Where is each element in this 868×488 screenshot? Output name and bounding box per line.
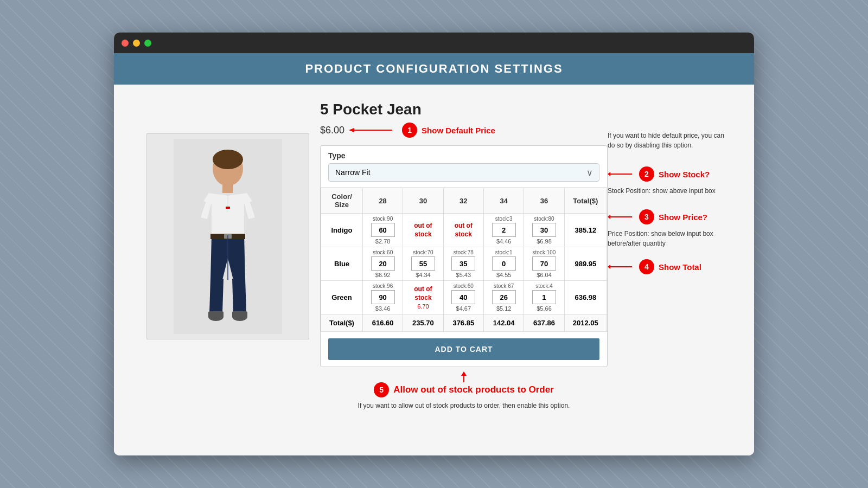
- qty-indigo-36[interactable]: [532, 223, 556, 237]
- cell-indigo-34: stock:3 $4.46: [483, 214, 524, 247]
- cell-indigo-36: stock:80 $6.98: [524, 214, 564, 247]
- stock-blue-36: stock:100: [533, 249, 556, 255]
- price-blue-34: $4.55: [496, 272, 512, 278]
- oos-green-30: out ofstock: [414, 285, 432, 302]
- add-to-cart-button[interactable]: ADD TO CART: [328, 338, 599, 360]
- ann-group-2: 2 Show Stock? Stock Position: show above…: [608, 166, 732, 196]
- cell-blue-34: stock:1 $4.55: [483, 247, 524, 281]
- stock-green-32: stock:60: [454, 283, 474, 289]
- annotation-5-header: 5 Allow out of stock products to Order: [374, 382, 554, 397]
- total-grand: 2012.05: [564, 314, 607, 332]
- price-indigo-36: $6.98: [537, 238, 552, 245]
- stock-blue-30: stock:70: [413, 249, 433, 255]
- stock-blue-34: stock:1: [495, 249, 513, 255]
- product-title: 5 Pocket Jean: [320, 101, 608, 118]
- svg-rect-9: [208, 311, 224, 318]
- col-header-total: Total($): [564, 188, 607, 214]
- annotation-desc-2: Stock Position: show above input box: [608, 186, 732, 196]
- table-header-row: Color/Size 28 30 32 34 36 Total($): [321, 188, 607, 214]
- price-green-28: $3.46: [375, 305, 391, 312]
- qty-blue-28[interactable]: [371, 256, 395, 271]
- cell-indigo-30: out ofstock: [403, 214, 443, 247]
- qty-blue-34[interactable]: [492, 256, 516, 271]
- col-header-34: 34: [483, 188, 524, 214]
- close-dot[interactable]: [122, 40, 129, 47]
- qty-blue-36[interactable]: [532, 256, 556, 271]
- qty-green-32[interactable]: [451, 290, 475, 304]
- price-blue-28: $6.92: [375, 272, 391, 278]
- annotation-5-section: 5 Allow out of stock products to Order I…: [320, 371, 608, 410]
- svg-marker-16: [461, 371, 467, 376]
- annotation-title-3: Show Price?: [659, 213, 707, 222]
- type-select-wrapper[interactable]: Narrow Fit: [328, 163, 599, 182]
- type-label: Type: [328, 151, 599, 160]
- qty-green-34[interactable]: [492, 290, 516, 304]
- annotation-badge-1: 1: [402, 123, 417, 138]
- qty-indigo-28[interactable]: [371, 223, 395, 237]
- type-select[interactable]: Narrow Fit: [328, 163, 599, 182]
- cell-green-30: out ofstock 6.70: [403, 281, 443, 314]
- color-label-indigo: Indigo: [321, 214, 363, 247]
- right-annotations: If you want to hide default price, you c…: [608, 101, 732, 274]
- annotation-title-5: Allow out of stock products to Order: [393, 384, 554, 395]
- annotation-desc-1: If you want to hide default price, you c…: [608, 131, 732, 150]
- ann-row-3: 3 Show Price?: [608, 209, 732, 224]
- variants-table: Color/Size 28 30 32 34 36 Total($) Indig…: [321, 188, 607, 332]
- svg-point-3: [213, 150, 243, 169]
- annotation-badge-3: 3: [639, 209, 654, 224]
- total-blue: 989.95: [564, 247, 607, 281]
- ann-group-4: 4 Show Total: [608, 259, 732, 274]
- qty-blue-30[interactable]: [411, 256, 435, 271]
- maximize-dot[interactable]: [144, 40, 151, 47]
- annotation-5-arrow-up: [458, 371, 469, 382]
- annotation-badge-5: 5: [374, 382, 389, 397]
- price-green-34: $5.12: [496, 305, 512, 312]
- price-blue-32: $5.43: [456, 272, 471, 278]
- cell-green-34: stock:67 $5.12: [483, 281, 524, 314]
- annotation-badge-2: 2: [639, 166, 654, 182]
- qty-indigo-34[interactable]: [492, 223, 516, 237]
- page-content: 5 Pocket Jean $6.00 1 Show Default Price: [114, 85, 754, 455]
- cell-blue-32: stock:78 $5.43: [443, 247, 483, 281]
- type-row: Type Narrow Fit: [321, 146, 607, 188]
- total-green: 636.98: [564, 281, 607, 314]
- ann-row-2: 2 Show Stock?: [608, 166, 732, 182]
- svg-rect-2: [222, 182, 233, 193]
- annotation-title-1: Show Default Price: [422, 126, 495, 135]
- annotation-desc-3: Price Position: show below input box bef…: [608, 229, 732, 248]
- total-col-30: 235.70: [403, 314, 443, 332]
- cell-green-32: stock:60 $4.67: [443, 281, 483, 314]
- annotation-4-arrow: [608, 262, 635, 272]
- stock-blue-32: stock:78: [454, 249, 474, 255]
- center-column: 5 Pocket Jean $6.00 1 Show Default Price: [320, 101, 608, 439]
- product-image-svg: [174, 139, 282, 334]
- type-select-value: Narrow Fit: [335, 168, 371, 177]
- stock-green-34: stock:67: [494, 283, 514, 289]
- oos-indigo-32: out ofstock: [455, 222, 473, 239]
- cell-blue-36: stock:100 $6.04: [524, 247, 564, 281]
- price-green-36: $5.66: [537, 305, 552, 312]
- price-indigo-34: $4.46: [496, 238, 512, 245]
- config-table-container: Type Narrow Fit Color/Size 28 30: [320, 145, 608, 367]
- product-image-box: [146, 133, 309, 339]
- annotation-title-4: Show Total: [659, 262, 701, 272]
- qty-green-28[interactable]: [371, 290, 395, 304]
- qty-green-36[interactable]: [532, 290, 556, 304]
- right-annotations-column: If you want to hide default price, you c…: [608, 101, 732, 439]
- qty-blue-32[interactable]: [451, 256, 475, 271]
- annotation-2-arrow: [608, 169, 635, 179]
- cell-blue-30: stock:70 $4.34: [403, 247, 443, 281]
- total-col-36: 637.86: [524, 314, 564, 332]
- add-to-cart-section: ADD TO CART: [321, 332, 607, 367]
- cell-green-28: stock:96 $3.46: [362, 281, 403, 314]
- price-green-32: $4.67: [456, 305, 471, 312]
- svg-rect-11: [232, 311, 247, 318]
- cell-indigo-28: stock:90 $2.78: [362, 214, 403, 247]
- table-row-indigo: Indigo stock:90 $2.78: [321, 214, 607, 247]
- oos-indigo-30: out ofstock: [414, 222, 432, 239]
- cell-indigo-32: out ofstock: [443, 214, 483, 247]
- table-totals-row: Total($) 616.60 235.70 376.85 142.04 637…: [321, 314, 607, 332]
- svg-rect-12: [226, 207, 230, 209]
- minimize-dot[interactable]: [133, 40, 140, 47]
- color-label-green: Green: [321, 281, 363, 314]
